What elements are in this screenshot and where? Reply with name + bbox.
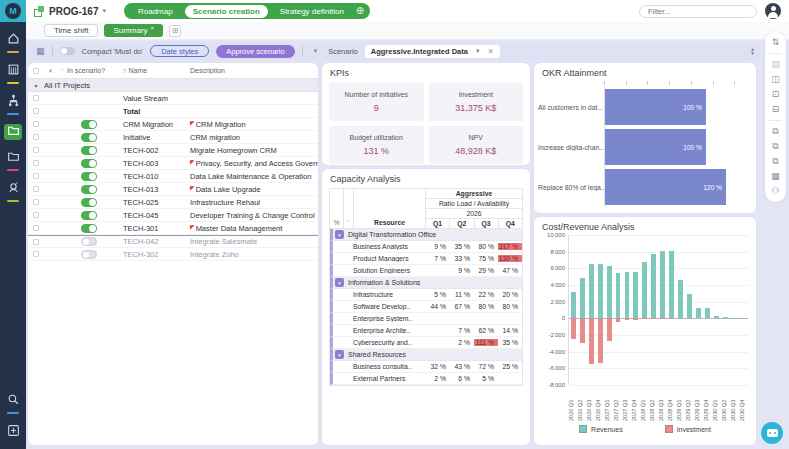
summary-tab[interactable]: Summary× (104, 24, 163, 37)
user-avatar[interactable] (765, 3, 781, 19)
in-scenario-toggle[interactable] (81, 120, 97, 129)
capacity-resource-row[interactable]: Software Develop..44 %67 %80 %80 % (330, 301, 522, 313)
presentation-icon[interactable]: ⊟ (772, 105, 780, 114)
calendar-icon[interactable]: ▦ (771, 172, 780, 181)
project-group-row[interactable]: ▾All IT Projects (28, 79, 318, 92)
description-header[interactable]: Description (185, 67, 318, 74)
project-row[interactable]: TECH-045Developer Training & Change Cont… (28, 209, 318, 222)
capacity-resource-row[interactable]: Business consulta..32 %43 %72 %25 % (330, 361, 522, 373)
capacity-resource-row[interactable]: External Partners2 %6 %5 % (330, 373, 522, 385)
comment-flag-icon: ◤ (190, 224, 195, 230)
capacity-group-row[interactable]: ▾Shared Resources (330, 349, 522, 361)
close-summary-icon[interactable]: × (151, 24, 155, 32)
approve-scenario-button[interactable]: Approve scenario (216, 45, 294, 58)
import-scenario-icon[interactable]: ⧉ (772, 142, 778, 151)
select-all-checkbox[interactable] (33, 68, 39, 74)
collapse-capacity-group-icon[interactable]: ▾ (335, 278, 344, 287)
capacity-resource-row[interactable]: Infrastructure5 %11 %22 %20 % (330, 289, 522, 301)
in-scenario-toggle[interactable] (81, 224, 97, 233)
adjust-view-icon[interactable]: ⇅ (772, 38, 780, 47)
capacity-resource-row[interactable]: Enterprise Archite..7 %62 %14 % (330, 325, 522, 337)
capacity-resource-row[interactable]: Cybersecurity and..2 %111 %35 % (330, 337, 522, 349)
project-row[interactable]: TECH-002Migrate Homegrown CRM (28, 144, 318, 157)
compact-mustdo-toggle[interactable] (60, 47, 75, 55)
capacity-resource-row[interactable]: Business Analysts9 %35 %80 %317 % (330, 241, 522, 253)
time-shift-tab[interactable]: Time shift (44, 24, 98, 37)
capacity-group-row[interactable]: ▾Digital Transformation Office (330, 229, 522, 241)
in-scenario-toggle[interactable] (81, 198, 97, 207)
sidebar-item-home[interactable] (7, 31, 20, 53)
sidebar-item-process[interactable] (7, 180, 20, 202)
row-checkbox[interactable] (33, 225, 39, 231)
row-checkbox[interactable] (33, 160, 39, 166)
filter-input[interactable] (639, 5, 757, 18)
project-row[interactable]: InitiativeCRM migration (28, 131, 318, 144)
project-row[interactable]: Value Stream (28, 92, 318, 105)
sidebar-item-hierarchy[interactable] (7, 93, 20, 115)
capacity-resource-row[interactable]: Solution Engineers9 %29 %47 % (330, 265, 522, 277)
project-row[interactable]: TECH-003◤Privacy, Security, and Access G… (28, 157, 318, 170)
scenario-chevron-icon[interactable]: ▾ (314, 47, 318, 55)
project-row[interactable]: TECH-013◤Data Lake Upgrade (28, 183, 318, 196)
team-icon[interactable]: ⚇ (771, 187, 779, 196)
copy-scenario-icon[interactable]: ⧉ (772, 127, 778, 136)
row-checkbox[interactable] (33, 108, 39, 114)
visibility-column-icon[interactable]: ◐ (44, 67, 58, 74)
row-checkbox[interactable] (33, 212, 39, 218)
in-scenario-toggle[interactable] (81, 133, 97, 142)
row-checkbox[interactable] (33, 121, 39, 127)
row-checkbox[interactable] (33, 134, 39, 140)
collapse-capacity-group-icon[interactable]: ▾ (335, 230, 344, 239)
project-row[interactable]: Total (28, 105, 318, 118)
add-tab-icon[interactable]: ⊕ (356, 6, 364, 16)
project-row[interactable]: TECH-025Infrastructure Rehaul (28, 196, 318, 209)
row-checkbox[interactable] (33, 95, 39, 101)
book-icon[interactable]: ◫ (771, 75, 780, 84)
capacity-resource-row[interactable]: Enterprise System.. (330, 313, 522, 325)
sidebar-item-search[interactable] (7, 392, 20, 414)
in-scenario-toggle[interactable] (81, 237, 97, 246)
sidebar-item-roadmaps-active[interactable] (4, 124, 22, 140)
merge-scenario-icon[interactable]: ⧉ (772, 157, 778, 166)
in-scenario-toggle[interactable] (81, 159, 97, 168)
in-scenario-toggle[interactable] (81, 250, 97, 259)
app-logo[interactable]: M (0, 0, 26, 22)
collapse-capacity-group-icon[interactable]: ▾ (335, 350, 344, 359)
collapse-group-icon[interactable]: ▾ (28, 82, 44, 89)
row-checkbox[interactable] (33, 147, 39, 153)
row-checkbox[interactable] (33, 199, 39, 205)
new-view-tab-icon[interactable]: ⊞ (169, 25, 181, 37)
project-row[interactable]: TECH-302Integrate Zoho (28, 248, 318, 261)
tab-scenario-creation[interactable]: Scenario creation (185, 5, 268, 18)
project-row[interactable]: TECH-042Integrate Salesmate (28, 235, 318, 248)
in-scenario-toggle[interactable] (81, 146, 97, 155)
row-checkbox[interactable] (33, 173, 39, 179)
capacity-resource-row[interactable]: Product Managers7 %33 %75 %130 % (330, 253, 522, 265)
table-settings-icon[interactable]: ▦ (36, 46, 45, 56)
scenario-select[interactable]: Aggressive.Integrated Data ▾ ✕ (365, 45, 500, 58)
tab-roadmap[interactable]: Roadmap (130, 5, 181, 18)
row-checkbox[interactable] (33, 186, 39, 192)
sidebar-item-portfolio[interactable] (7, 62, 20, 84)
project-chevron-icon[interactable]: ▾ (102, 7, 106, 15)
collapse-toolbar-control[interactable]: ▲▼ (750, 47, 755, 55)
tab-strategy-definition[interactable]: Strategy definition (272, 5, 352, 18)
date-styles-button[interactable]: Date styles (150, 45, 209, 57)
row-checkbox[interactable] (33, 251, 39, 257)
name-header[interactable]: ↑ Name (123, 67, 185, 74)
export-image-icon[interactable]: ⊡ (772, 90, 780, 99)
clear-scenario-icon[interactable]: ✕ (487, 47, 493, 56)
resource-name-cell: Infrastructure (333, 291, 426, 298)
capacity-group-row[interactable]: ▾Information & Solutions (330, 277, 522, 289)
assistant-chat-button[interactable] (761, 422, 783, 444)
sidebar-item-add[interactable] (7, 423, 20, 441)
row-checkbox[interactable] (33, 239, 39, 245)
project-row[interactable]: TECH-010Data Lake Maintenance & Operatio… (28, 170, 318, 183)
in-scenario-toggle[interactable] (81, 172, 97, 181)
in-scenario-header[interactable]: In scenario? (67, 67, 123, 74)
sidebar-item-folders[interactable] (7, 149, 20, 171)
in-scenario-toggle[interactable] (81, 185, 97, 194)
in-scenario-toggle[interactable] (81, 211, 97, 220)
project-row[interactable]: CRM Migration◤CRM Migration (28, 118, 318, 131)
project-row[interactable]: TECH-301◤Master Data Management (28, 222, 318, 235)
